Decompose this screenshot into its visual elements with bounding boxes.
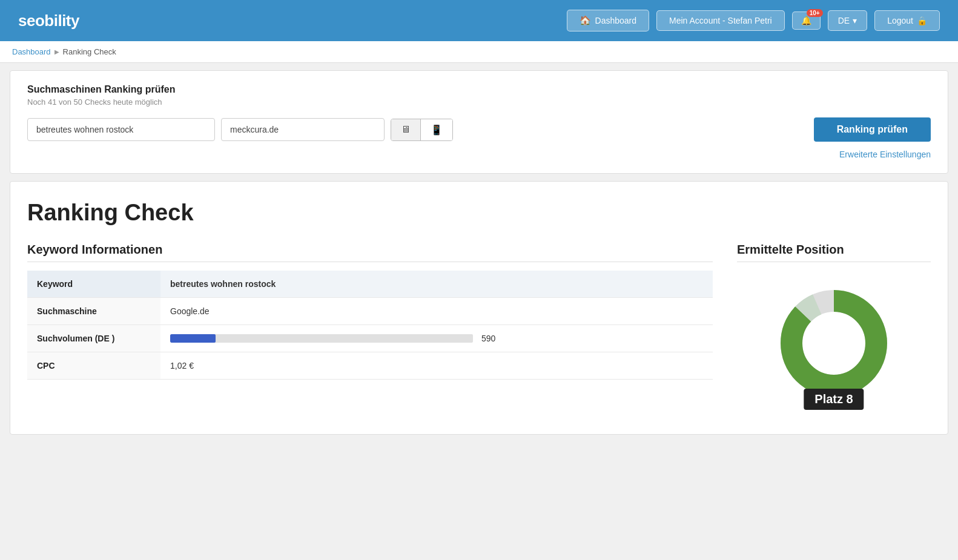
table-row: Keywordbetreutes wohnen rostock [27, 271, 713, 298]
search-row: 🖥 📱 Ranking prüfen [27, 117, 931, 142]
table-value: betreutes wohnen rostock [160, 271, 713, 298]
svg-point-3 [804, 313, 864, 374]
position-section-title: Ermittelte Position [737, 243, 931, 262]
domain-input[interactable] [221, 118, 385, 141]
breadcrumb-home[interactable]: Dashboard [12, 47, 51, 56]
home-icon: 🏠 [580, 15, 591, 26]
dashboard-button[interactable]: 🏠 Dashboard [567, 10, 650, 31]
desktop-icon: 🖥 [401, 124, 411, 135]
content-grid: Keyword Informationen Keywordbetreutes w… [27, 243, 931, 416]
table-label: Suchmaschine [27, 298, 160, 325]
notifications-badge: 10+ [807, 9, 823, 17]
notifications-button[interactable]: 🔔 10+ [792, 12, 821, 30]
table-row: SuchmaschineGoogle.de [27, 298, 713, 325]
keyword-section-title: Keyword Informationen [27, 243, 713, 262]
table-label: Suchvolumen (DE ) [27, 325, 160, 352]
advanced-settings-link[interactable]: Erweiterte Einstellungen [839, 150, 931, 159]
main-content: Ranking Check Keyword Informationen Keyw… [10, 181, 948, 435]
breadcrumb-current: Ranking Check [63, 47, 116, 56]
volume-bar-background [170, 334, 473, 343]
page-title: Ranking Check [27, 200, 931, 226]
search-panel-subtitle: Noch 41 von 50 Checks heute möglich [27, 97, 931, 107]
keyword-section: Keyword Informationen Keywordbetreutes w… [27, 243, 713, 380]
mobile-device-button[interactable]: 📱 [421, 119, 452, 140]
donut-chart: Platz 8 [773, 283, 894, 404]
breadcrumb-arrow: ▶ [55, 48, 59, 55]
keyword-input[interactable] [27, 118, 215, 141]
volume-number: 590 [481, 334, 495, 343]
table-label: CPC [27, 352, 160, 380]
donut-wrapper: Platz 8 [737, 271, 931, 416]
search-panel-title: Suchmaschinen Ranking prüfen [27, 84, 931, 95]
ranking-check-button[interactable]: Ranking prüfen [814, 117, 931, 142]
search-panel: Suchmaschinen Ranking prüfen Noch 41 von… [10, 70, 948, 174]
logout-button[interactable]: Logout 🔒 [874, 10, 940, 31]
table-value: 1,02 € [160, 352, 713, 380]
volume-bar-wrapper: 590 [170, 334, 703, 343]
table-row: Suchvolumen (DE )590 [27, 325, 713, 352]
device-toggle: 🖥 📱 [391, 119, 453, 141]
table-label: Keyword [27, 271, 160, 298]
logo: seobility [18, 12, 560, 30]
keyword-info-table: Keywordbetreutes wohnen rostockSuchmasch… [27, 271, 713, 380]
advanced-settings-link-wrapper: Erweiterte Einstellungen [27, 149, 931, 160]
table-value: Google.de [160, 298, 713, 325]
position-section: Ermittelte Position P [737, 243, 931, 416]
lock-icon: 🔒 [917, 16, 927, 25]
volume-bar-fill [170, 334, 216, 343]
position-label: Platz 8 [804, 389, 864, 410]
bell-icon: 🔔 [801, 16, 811, 25]
account-button[interactable]: Mein Account - Stefan Petri [656, 10, 785, 31]
mobile-icon: 📱 [431, 124, 443, 136]
breadcrumb: Dashboard ▶ Ranking Check [0, 41, 958, 63]
table-row: CPC1,02 € [27, 352, 713, 380]
language-button[interactable]: DE ▾ [828, 10, 867, 31]
chevron-down-icon: ▾ [853, 16, 857, 25]
header: seobility 🏠 Dashboard Mein Account - Ste… [0, 0, 958, 41]
table-value: 590 [160, 325, 713, 352]
desktop-device-button[interactable]: 🖥 [391, 119, 421, 140]
